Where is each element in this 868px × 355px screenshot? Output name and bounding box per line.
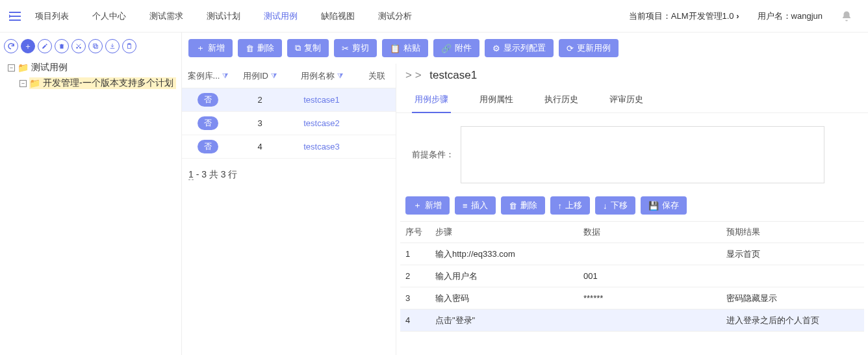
- lib-badge: 否: [198, 116, 218, 130]
- cut-button[interactable]: ✂ 剪切: [334, 39, 377, 57]
- nav-item-3[interactable]: 测试计划: [204, 10, 243, 22]
- step-down-button[interactable]: ↓ 下移: [595, 196, 635, 215]
- filter-icon[interactable]: ⧩: [222, 72, 228, 80]
- case-name-link[interactable]: testcase1: [303, 95, 340, 105]
- col-step-data: 数据: [578, 222, 721, 242]
- tab-3[interactable]: 评审历史: [607, 90, 646, 112]
- case-grid: 案例库...⧩ 用例ID⧩ 用例名称⧩ 关联 否2testcase1否3test…: [182, 64, 396, 159]
- nav-item-1[interactable]: 个人中心: [90, 10, 129, 22]
- content: ＋ 新增 🗑 删除 ⧉ 复制 ✂ 剪切 📋 粘贴 🔗 附件 ⚙ 显示列配置 ⟳ …: [182, 33, 868, 355]
- detail-pane: > > testcase1 用例步骤用例属性执行历史评审历史 前提条件： ＋ 新…: [396, 64, 868, 355]
- step-row[interactable]: 1输入http://eq333.com显示首页: [400, 243, 864, 265]
- nav-item-4[interactable]: 测试用例: [261, 10, 300, 22]
- sidebar: ＋ − 📁 测试用例 − 📁 开发管理-一个版本支持多个计划: [0, 33, 182, 355]
- tree-child-label: 开发管理-一个版本支持多个计划: [43, 77, 173, 89]
- step-data: [578, 250, 721, 258]
- filter-icon[interactable]: ⧩: [337, 72, 343, 80]
- collapse-icon[interactable]: −: [19, 80, 27, 87]
- step-expect: [721, 272, 864, 280]
- current-project-label: 当前项目：ALM开发管理1.0: [629, 11, 734, 21]
- case-name-link[interactable]: testcase3: [303, 142, 340, 151]
- step-up-button[interactable]: ↑ 上移: [550, 196, 591, 215]
- detail-title: testcase1: [429, 69, 477, 81]
- pager-from: 1: [188, 169, 194, 180]
- case-id-cell: 3: [234, 118, 286, 128]
- edit-icon[interactable]: [38, 39, 52, 53]
- step-no: 3: [400, 289, 430, 307]
- precondition-row: 前提条件：: [396, 113, 868, 196]
- table-row[interactable]: 否2testcase1: [182, 88, 396, 112]
- case-list-pane: 案例库...⧩ 用例ID⧩ 用例名称⧩ 关联 否2testcase1否3test…: [182, 64, 396, 355]
- paste-icon[interactable]: [122, 39, 136, 53]
- step-expect: 密码隐藏显示: [721, 289, 864, 308]
- table-row[interactable]: 否3testcase2: [182, 112, 396, 135]
- menu-toggle-icon[interactable]: [5, 7, 25, 26]
- step-action: 点击"登录": [430, 311, 578, 330]
- filter-icon[interactable]: ⧩: [271, 72, 277, 80]
- nav-item-6[interactable]: 测试分析: [376, 10, 415, 22]
- precondition-input[interactable]: [461, 126, 824, 183]
- table-row[interactable]: 否4testcase3: [182, 135, 396, 159]
- step-data: ******: [578, 289, 721, 307]
- detail-crumb: > > testcase1: [396, 64, 868, 85]
- pager-text: - 3 共 3 行: [194, 169, 238, 179]
- lib-badge: 否: [198, 93, 218, 107]
- current-project[interactable]: 当前项目：ALM开发管理1.0 ›: [629, 10, 739, 22]
- step-table: 序号 步骤 数据 预期结果 1输入http://eq333.com显示首页2输入…: [400, 221, 864, 332]
- tab-2[interactable]: 执行历史: [542, 90, 581, 112]
- add-icon[interactable]: ＋: [21, 39, 35, 53]
- collapse-icon[interactable]: −: [8, 64, 15, 72]
- step-row[interactable]: 3输入密码******密码隐藏显示: [400, 287, 864, 309]
- step-row[interactable]: 2输入用户名001: [400, 265, 864, 287]
- bell-icon[interactable]: [841, 10, 852, 22]
- step-row[interactable]: 4点击"登录"进入登录之后的个人首页: [400, 309, 864, 332]
- columns-button[interactable]: ⚙ 显示列配置: [485, 39, 554, 57]
- paste-button[interactable]: 📋 粘贴: [382, 39, 428, 57]
- download-icon[interactable]: [105, 39, 120, 53]
- nav-item-0[interactable]: 项目列表: [32, 10, 71, 22]
- precondition-label: 前提条件：: [412, 149, 454, 161]
- tree-child[interactable]: − 📁 开发管理-一个版本支持多个计划: [19, 75, 179, 91]
- step-expect: 显示首页: [721, 244, 864, 264]
- step-save-button[interactable]: 💾 保存: [641, 196, 687, 215]
- step-delete-button[interactable]: 🗑 删除: [501, 196, 545, 215]
- refresh-icon[interactable]: [4, 39, 18, 53]
- col-relation[interactable]: 关联: [357, 70, 396, 82]
- col-case-lib[interactable]: 案例库...⧩: [182, 70, 234, 82]
- username-label: 用户名：wangjun: [758, 10, 823, 22]
- case-id-cell: 4: [234, 142, 286, 151]
- tab-1[interactable]: 用例属性: [477, 90, 516, 112]
- cut-icon[interactable]: [71, 39, 86, 53]
- copy-icon[interactable]: [88, 39, 103, 53]
- nav-right: 当前项目：ALM开发管理1.0 › 用户名：wangjun: [629, 10, 863, 22]
- tree-root[interactable]: − 📁 测试用例: [8, 60, 179, 75]
- step-insert-button[interactable]: ≡ 插入: [455, 196, 496, 215]
- delete-icon[interactable]: [55, 39, 69, 53]
- nav-item-2[interactable]: 测试需求: [147, 10, 186, 22]
- add-button[interactable]: ＋ 新增: [188, 39, 233, 57]
- crumb-marker: > >: [405, 69, 422, 81]
- step-add-button[interactable]: ＋ 新增: [405, 196, 450, 215]
- col-step-step: 步骤: [430, 222, 578, 242]
- attach-button[interactable]: 🔗 附件: [433, 39, 479, 57]
- copy-button[interactable]: ⧉ 复制: [287, 39, 329, 57]
- step-data: 001: [578, 267, 721, 285]
- detail-tabs: 用例步骤用例属性执行历史评审历史: [396, 85, 868, 113]
- folder-icon: 📁: [29, 78, 40, 88]
- step-no: 4: [400, 311, 430, 329]
- svg-rect-2: [94, 45, 97, 48]
- step-action: 输入用户名: [430, 267, 578, 286]
- step-header: 序号 步骤 数据 预期结果: [400, 221, 864, 243]
- tab-0[interactable]: 用例步骤: [412, 90, 451, 113]
- delete-button[interactable]: 🗑 删除: [238, 39, 282, 57]
- nav-item-5[interactable]: 缺陷视图: [318, 10, 357, 22]
- svg-rect-3: [94, 44, 97, 47]
- tree-root-label: 测试用例: [31, 62, 68, 73]
- case-name-link[interactable]: testcase2: [303, 118, 340, 128]
- step-expect: 进入登录之后的个人首页: [721, 311, 864, 330]
- refresh-cases-button[interactable]: ⟳ 更新用例: [559, 39, 619, 57]
- chevron-right-icon: ›: [736, 11, 739, 21]
- col-case-id[interactable]: 用例ID⧩: [234, 70, 286, 82]
- toolbar: ＋ 新增 🗑 删除 ⧉ 复制 ✂ 剪切 📋 粘贴 🔗 附件 ⚙ 显示列配置 ⟳ …: [182, 33, 868, 64]
- col-case-name[interactable]: 用例名称⧩: [286, 70, 357, 82]
